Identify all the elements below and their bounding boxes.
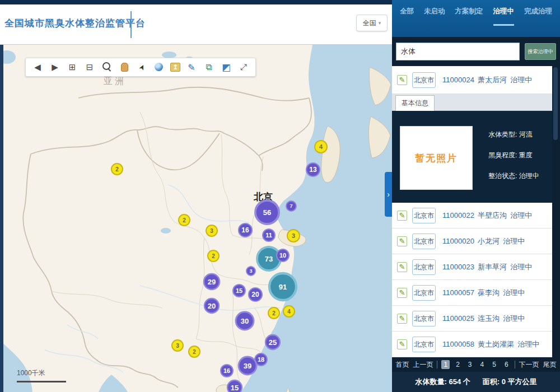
- selected-list-item[interactable]: ✎ 北京市 11000024 萧太后河 治理中: [392, 66, 552, 94]
- bubble-count: 2: [272, 310, 276, 316]
- tab-2[interactable]: 方案制定: [455, 7, 483, 26]
- bubble-count: 10: [279, 252, 286, 259]
- map-cluster-bubble[interactable]: 29: [204, 274, 220, 290]
- page-number-4[interactable]: 4: [478, 360, 487, 369]
- water-body-label: 11000058黄土岗灌渠治理中: [442, 332, 539, 357]
- page-number-5[interactable]: 5: [490, 360, 498, 369]
- list-item[interactable]: ✎北京市11000057葆李沟治理中: [392, 280, 552, 306]
- globe-icon[interactable]: [153, 61, 165, 73]
- basemap-icon[interactable]: ◩: [220, 61, 232, 73]
- scale-bar-label: 1000千米: [17, 368, 45, 378]
- search-icon[interactable]: [101, 61, 113, 73]
- water-body-name: 半壁店沟: [478, 211, 507, 221]
- list-item[interactable]: ✎北京市11000058黄土岗灌渠治理中: [392, 332, 552, 357]
- search-input[interactable]: [396, 43, 520, 60]
- draw-icon[interactable]: ✎: [185, 61, 198, 73]
- edit-icon[interactable]: ✎: [397, 314, 407, 324]
- bubble-count: 3: [292, 232, 295, 239]
- map-cluster-bubble[interactable]: 39: [239, 357, 256, 375]
- map-cluster-bubble[interactable]: 20: [204, 298, 219, 313]
- region-dropdown[interactable]: 全国 ▾: [356, 15, 388, 31]
- list-item[interactable]: ✎北京市11000020小龙河治理中: [392, 228, 552, 254]
- page-number-3[interactable]: 3: [466, 360, 474, 369]
- map-cluster-bubble[interactable]: 2: [208, 250, 219, 262]
- city-button[interactable]: 北京市: [412, 234, 436, 249]
- edit-icon[interactable]: ✎: [397, 236, 407, 246]
- map-cluster-bubble[interactable]: 4: [315, 141, 327, 153]
- map-cluster-bubble[interactable]: 3: [246, 267, 255, 276]
- map-cluster-bubble[interactable]: 91: [269, 273, 296, 300]
- map-cluster-bubble[interactable]: 15: [233, 284, 245, 297]
- tab-1[interactable]: 未启动: [424, 7, 445, 26]
- map-cluster-bubble[interactable]: 10: [277, 249, 289, 262]
- panel-collapse-tab[interactable]: ›: [385, 172, 392, 217]
- map-cluster-bubble[interactable]: 2: [179, 214, 190, 226]
- map-cluster-bubble[interactable]: 15: [227, 380, 242, 392]
- page-last[interactable]: 尾页: [543, 360, 557, 370]
- edit-icon[interactable]: ✎: [397, 288, 407, 298]
- bubble-count: 3: [176, 343, 179, 349]
- map-cluster-bubble[interactable]: 16: [221, 365, 233, 377]
- zoom-in-icon[interactable]: ⊞: [66, 61, 78, 73]
- scrollbar-thumb[interactable]: [553, 67, 558, 140]
- export-icon[interactable]: ↥: [170, 63, 180, 72]
- tab-4[interactable]: 完成治理: [524, 7, 552, 26]
- next-extent-icon[interactable]: ▶: [49, 61, 61, 73]
- edit-icon[interactable]: ✎: [397, 75, 407, 85]
- map-cluster-bubble[interactable]: 3: [172, 340, 183, 351]
- tab-3[interactable]: 治理中: [493, 7, 515, 26]
- map-cluster-bubble[interactable]: 30: [236, 312, 254, 330]
- map-cluster-bubble[interactable]: 13: [306, 163, 320, 176]
- map-canvas[interactable]: 亚洲 北京 7391137561611103291520203025183916…: [0, 45, 392, 392]
- map-cluster-bubble[interactable]: 3: [287, 230, 300, 242]
- map-cluster-bubble[interactable]: 11: [263, 229, 275, 241]
- map-cluster-bubble[interactable]: 56: [255, 200, 279, 224]
- list-item[interactable]: ✎北京市11000023新丰草河治理中: [392, 254, 552, 280]
- city-button[interactable]: 北京市: [412, 72, 436, 88]
- page-number-6[interactable]: 6: [502, 360, 511, 369]
- water-body-status: 治理中: [510, 75, 532, 85]
- water-body-status: 治理中: [510, 262, 532, 272]
- water-body-name: 新丰草河: [478, 262, 507, 272]
- search-button[interactable]: 搜索治理中: [525, 43, 556, 60]
- tab-basic-info[interactable]: 基本信息: [395, 95, 435, 111]
- page-prev[interactable]: 上一页: [413, 360, 433, 370]
- city-button[interactable]: 北京市: [412, 208, 436, 223]
- list-item[interactable]: ✎北京市11000025连玉沟治理中: [392, 306, 552, 332]
- city-button[interactable]: 北京市: [412, 285, 436, 301]
- page-number-1[interactable]: 1: [441, 360, 450, 369]
- city-button[interactable]: 北京市: [412, 337, 436, 352]
- bubble-count: 2: [212, 253, 215, 259]
- edit-icon[interactable]: ✎: [397, 211, 407, 221]
- pan-icon[interactable]: [118, 61, 130, 73]
- map-cluster-bubble[interactable]: 16: [239, 223, 252, 237]
- top-strip: [0, 0, 392, 4]
- map-cluster-bubble[interactable]: 25: [265, 335, 280, 349]
- map-cluster-bubble[interactable]: 20: [249, 288, 262, 301]
- map-cluster-bubble[interactable]: 2: [111, 164, 123, 175]
- header: 全国城市黑臭水体整治监管平台: [0, 4, 392, 45]
- bubble-count: 20: [251, 291, 259, 298]
- fullscreen-icon[interactable]: ⤢: [237, 61, 250, 73]
- city-button[interactable]: 北京市: [412, 311, 436, 326]
- layers-icon[interactable]: ⧉: [203, 61, 215, 73]
- bubble-count: 2: [183, 217, 186, 223]
- page-next[interactable]: 下一页: [519, 360, 539, 370]
- city-button[interactable]: 北京市: [412, 259, 436, 275]
- map-cluster-bubble[interactable]: 2: [268, 307, 279, 319]
- zoom-out-icon[interactable]: ⊟: [83, 61, 96, 73]
- map-cluster-bubble[interactable]: 7: [286, 201, 296, 211]
- page-first[interactable]: 首页: [395, 360, 409, 370]
- page-number-2[interactable]: 2: [454, 360, 462, 369]
- map-cluster-bubble[interactable]: 3: [206, 225, 217, 236]
- list-item[interactable]: ✎北京市11000022半壁店沟治理中: [392, 203, 552, 228]
- water-body-code: 11000025: [442, 314, 474, 323]
- edit-icon[interactable]: ✎: [397, 262, 407, 272]
- map-cluster-bubble[interactable]: 2: [189, 346, 200, 357]
- map-cluster-bubble[interactable]: 4: [283, 306, 295, 317]
- prev-extent-icon[interactable]: ◀: [31, 61, 44, 73]
- water-body-code: 11000020: [442, 237, 474, 245]
- tab-0[interactable]: 全部: [400, 7, 414, 26]
- edit-icon[interactable]: ✎: [397, 339, 407, 349]
- pointer-icon[interactable]: ➤: [133, 59, 150, 75]
